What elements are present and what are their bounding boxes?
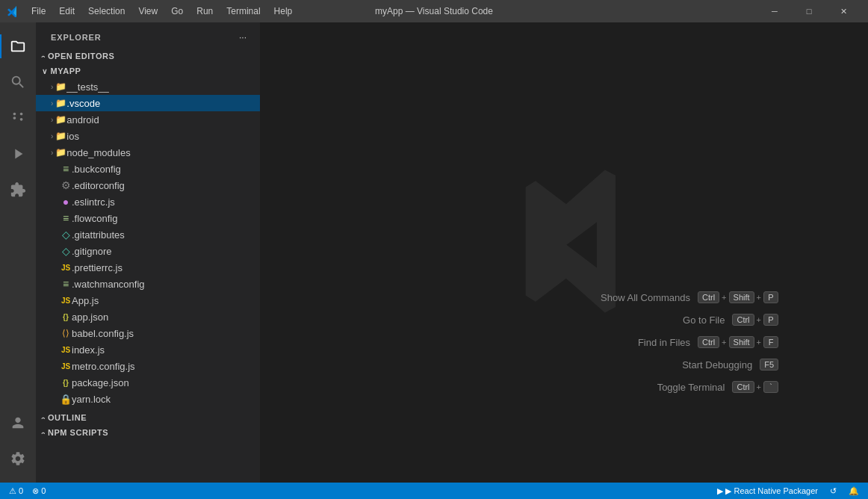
tests-label: __tests__ <box>66 81 260 93</box>
menu-go[interactable]: Go <box>165 3 189 19</box>
node-modules-chevron-icon: › <box>51 149 53 157</box>
android-chevron-icon: › <box>51 116 53 124</box>
gitattributes-label: .gitattributes <box>72 229 260 241</box>
tree-item-gitignore[interactable]: ◇ .gitignore <box>36 243 260 259</box>
plus-icon-2: + <box>757 293 761 302</box>
toggle-terminal-label: Toggle Terminal <box>657 382 725 393</box>
sidebar-title: Explorer <box>51 33 102 42</box>
open-editors-chevron-icon: › <box>39 55 47 58</box>
shortcut-find-in-files: Find in Files Ctrl + Shift + F <box>601 336 778 348</box>
warning-icon: ⚠ <box>9 486 16 496</box>
shortcuts-panel: Show All Commands Ctrl + Shift + P Go to… <box>601 291 778 393</box>
find-in-files-label: Find in Files <box>638 337 690 348</box>
prettierrc-label: .prettierrc.js <box>72 262 260 273</box>
android-folder-icon: 📁 <box>55 114 66 125</box>
sidebar-more-button[interactable]: ··· <box>235 29 251 46</box>
tree-item-watchmanconfig[interactable]: ≡ .watchmanconfig <box>36 276 260 292</box>
key-f5: F5 <box>760 359 778 371</box>
buckconfig-label: .buckconfig <box>72 164 260 175</box>
shortcut-start-debugging: Start Debugging F5 <box>601 359 778 371</box>
window-title: myApp — Visual Studio Code <box>375 6 493 16</box>
eslintrc-label: .eslintrc.js <box>72 196 260 208</box>
show-commands-keys: Ctrl + Shift + P <box>698 291 778 303</box>
npm-scripts-section[interactable]: › NPM SCRIPTS <box>36 425 260 440</box>
tree-item-vscode[interactable]: › 📁 .vscode <box>36 95 260 111</box>
tests-folder-icon: 📁 <box>55 81 66 93</box>
watchmanconfig-label: .watchmanconfig <box>72 279 260 290</box>
babelconfig-label: babel.config.js <box>72 328 260 339</box>
appjson-label: app.json <box>72 312 260 323</box>
refresh-status[interactable]: ↺ <box>827 486 840 496</box>
npm-scripts-chevron-icon: › <box>39 431 47 434</box>
vscode-folder-icon: 📁 <box>55 97 66 109</box>
tree-item-metroconfig[interactable]: JS metro.config.js <box>36 358 260 374</box>
tree-item-prettierrc[interactable]: JS .prettierrc.js <box>36 259 260 276</box>
key-ctrl-2: Ctrl <box>732 314 754 326</box>
account-activity-icon[interactable] <box>0 405 36 441</box>
tree-item-editorconfig[interactable]: ⚙ .editorconfig <box>36 177 260 193</box>
tree-item-babelconfig[interactable]: ⟨⟩ babel.config.js <box>36 325 260 341</box>
plus-icon-1: + <box>722 293 726 302</box>
npm-scripts-label: NPM SCRIPTS <box>48 428 108 437</box>
editorconfig-icon: ⚙ <box>60 179 72 191</box>
tree-item-eslintrc[interactable]: ● .eslintrc.js <box>36 193 260 210</box>
node-modules-label: node_modules <box>66 147 260 158</box>
menu-help[interactable]: Help <box>268 3 299 19</box>
menu-run[interactable]: Run <box>190 3 219 19</box>
menu-file[interactable]: File <box>25 3 52 19</box>
myapp-section[interactable]: ∨ MYAPP <box>36 63 260 78</box>
indexjs-label: index.js <box>72 344 260 356</box>
tree-item-tests[interactable]: › 📁 __tests__ <box>36 78 260 95</box>
settings-activity-icon[interactable] <box>0 441 36 477</box>
babelconfig-icon: ⟨⟩ <box>60 327 72 339</box>
appjson-icon: {} <box>60 311 72 323</box>
tree-item-ios[interactable]: › 📁 ios <box>36 128 260 144</box>
metroconfig-label: metro.config.js <box>72 361 260 372</box>
key-ctrl-4: Ctrl <box>732 381 754 393</box>
tree-item-gitattributes[interactable]: ◇ .gitattributes <box>36 226 260 243</box>
vscode-logo-icon <box>7 5 19 17</box>
menu-edit[interactable]: Edit <box>53 3 81 19</box>
explorer-activity-icon[interactable] <box>0 28 36 64</box>
tree-item-node-modules[interactable]: › 📁 node_modules <box>36 144 260 161</box>
tree-item-yarnlock[interactable]: 🔒 yarn.lock <box>36 391 260 407</box>
tree-item-indexjs[interactable]: JS index.js <box>36 341 260 358</box>
activity-bar <box>0 22 36 483</box>
extensions-activity-icon[interactable] <box>0 172 36 208</box>
source-control-activity-icon[interactable] <box>0 100 36 136</box>
key-ctrl-3: Ctrl <box>698 336 719 348</box>
open-editors-section[interactable]: › OPEN EDITORS <box>36 49 260 63</box>
minimize-button[interactable]: ─ <box>757 0 792 22</box>
warnings-status[interactable]: ⚠ 0 <box>6 486 26 496</box>
notifications-status[interactable]: 🔔 <box>846 486 862 496</box>
status-bar: ⚠ 0 ⊗ 0 ▶ ▶ React Native Packager ↺ 🔔 <box>0 483 868 499</box>
bell-icon: 🔔 <box>849 486 859 496</box>
key-f-1: F <box>763 336 778 348</box>
sidebar-header: Explorer ··· <box>36 22 260 49</box>
maximize-button[interactable]: □ <box>792 0 826 22</box>
menu-selection[interactable]: Selection <box>82 3 131 19</box>
tree-item-packagejson[interactable]: {} package.json <box>36 374 260 391</box>
menu-terminal[interactable]: Terminal <box>220 3 266 19</box>
indexjs-icon: JS <box>60 344 72 356</box>
outline-section[interactable]: › OUTLINE <box>36 410 260 425</box>
tree-item-flowconfig[interactable]: ≡ .flowconfig <box>36 210 260 226</box>
rn-packager-status[interactable]: ▶ ▶ React Native Packager <box>714 486 821 496</box>
tree-item-buckconfig[interactable]: ≡ .buckconfig <box>36 161 260 177</box>
show-commands-label: Show All Commands <box>601 292 690 303</box>
sidebar-content: › OPEN EDITORS ∨ MYAPP › 📁 __tests__ › 📁… <box>36 49 260 483</box>
tree-item-appjs[interactable]: JS App.js <box>36 292 260 309</box>
errors-status[interactable]: ⊗ 0 <box>29 486 49 496</box>
error-icon: ⊗ <box>32 486 39 496</box>
tree-item-android[interactable]: › 📁 android <box>36 111 260 128</box>
android-label: android <box>66 114 260 125</box>
find-in-files-keys: Ctrl + Shift + F <box>698 336 778 348</box>
shortcut-toggle-terminal: Toggle Terminal Ctrl + ` <box>601 381 778 393</box>
run-activity-icon[interactable] <box>0 136 36 172</box>
plus-icon-5: + <box>757 338 761 347</box>
tree-item-appjson[interactable]: {} app.json <box>36 309 260 325</box>
menu-view[interactable]: View <box>132 3 164 19</box>
search-activity-icon[interactable] <box>0 64 36 100</box>
menu-bar: File Edit Selection View Go Run Terminal… <box>25 3 298 19</box>
close-button[interactable]: ✕ <box>826 0 861 22</box>
